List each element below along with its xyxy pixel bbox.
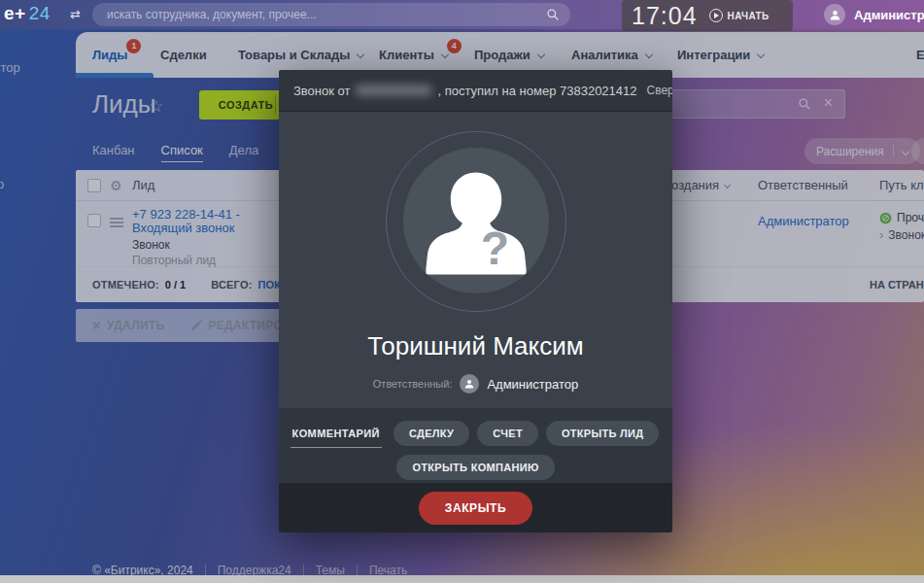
responsible-row: Ответственный: Администратор — [279, 374, 672, 394]
incoming-call-modal: Звонок от , поступил на номер 7383202141… — [279, 70, 672, 532]
global-search-input[interactable] — [92, 3, 570, 26]
top-bar: е+24 ⇄ 17:04 НАЧАТЬ Администратор — [0, 0, 924, 29]
caller-avatar: ? — [403, 148, 549, 293]
collapse-button[interactable]: Свернуть — [647, 84, 672, 97]
blurred-caller-number — [355, 85, 432, 96]
bitrix24-app: стор о е+24 ⇄ 17:04 НАЧАТЬ Администратор… — [0, 0, 924, 583]
open-lead-button[interactable]: ОТКРЫТЬ ЛИД — [546, 421, 660, 446]
call-actions: КОММЕНТАРИЙ СДЕЛКУ СЧЕТ ОТКРЫТЬ ЛИД ОТКР… — [279, 408, 672, 483]
app-logo: е+24 — [4, 3, 51, 24]
user-menu[interactable]: Администратор — [824, 4, 924, 25]
create-invoice-button[interactable]: СЧЕТ — [477, 421, 538, 446]
responsible-avatar — [460, 374, 479, 394]
clock-time: 17:04 — [632, 2, 698, 30]
unknown-person-icon: ? — [403, 148, 549, 293]
search-icon — [546, 8, 560, 25]
responsible-label: Ответственный: — [373, 378, 453, 390]
start-workday-button[interactable]: НАЧАТЬ — [709, 9, 770, 22]
call-modal-footer: ЗАКРЫТЬ — [279, 483, 672, 532]
worktime-widget[interactable]: 17:04 НАЧАТЬ — [622, 0, 793, 31]
close-call-button[interactable]: ЗАКРЫТЬ — [419, 492, 532, 525]
caller-name: Торишний Максим — [279, 331, 672, 361]
avatar — [824, 4, 845, 25]
switch-account-icon[interactable]: ⇄ — [70, 7, 81, 21]
global-search — [92, 3, 570, 26]
responsible-name: Администратор — [487, 377, 578, 392]
svg-text:?: ? — [480, 223, 508, 274]
window-bottom-strip — [0, 575, 924, 583]
open-company-button[interactable]: ОТКРЫТЬ КОМПАНИЮ — [396, 455, 554, 480]
user-name: Администратор — [854, 8, 924, 22]
call-modal-header: Звонок от , поступил на номер 7383202141… — [279, 70, 672, 112]
call-modal-body: ? Торишний Максим Ответственный: Админис… — [279, 112, 672, 408]
create-deal-button[interactable]: СДЕЛКУ — [394, 421, 469, 446]
play-icon — [709, 9, 723, 22]
comment-tab[interactable]: КОММЕНТАРИЙ — [292, 428, 380, 439]
call-title: Звонок от , поступил на номер 7383202141… — [293, 84, 637, 98]
